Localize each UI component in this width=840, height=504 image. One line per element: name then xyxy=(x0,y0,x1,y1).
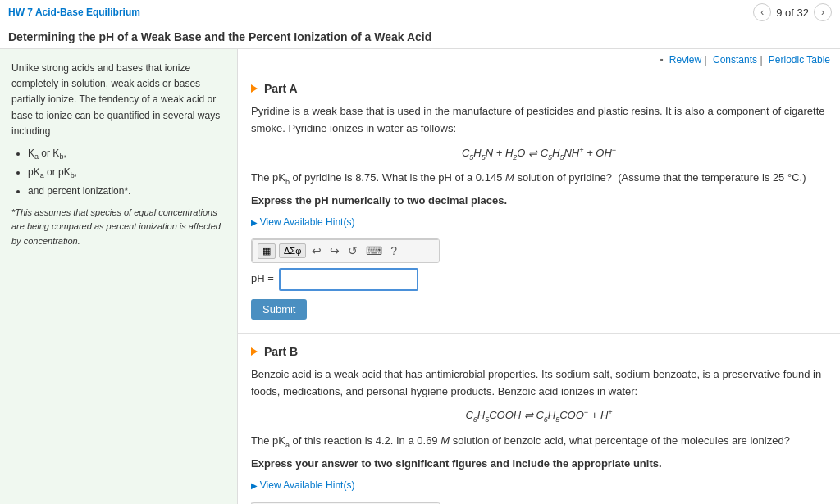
toolbar-a-undo[interactable]: ↩ xyxy=(309,243,324,258)
part-b-instruction: Express your answer to two significant f… xyxy=(251,456,827,473)
part-a-header: Part A xyxy=(251,82,827,95)
part-b-header: Part B xyxy=(251,345,827,358)
part-b-text2: The pKa of this reaction is 4.2. In a 0.… xyxy=(251,433,827,451)
toolbar-a-matrix[interactable]: ▦ xyxy=(258,243,276,259)
hw-title: HW 7 Acid-Base Equilibrium xyxy=(8,7,140,18)
part-a-text2: The pKb of pyridine is 8.75. What is the… xyxy=(251,170,827,188)
part-a-text1: Pyridine is a weak base that is used in … xyxy=(251,103,827,138)
part-b-text1: Benzoic acid is a weak acid that has ant… xyxy=(251,366,827,401)
part-a-title: Part A xyxy=(264,82,298,95)
part-a-ph-input[interactable] xyxy=(279,268,418,291)
main-content: ▪ Review | Constants | Periodic Table Pa… xyxy=(238,49,840,504)
part-a-answer-row: pH = xyxy=(251,268,827,291)
part-a-submit-button[interactable]: Submit xyxy=(251,299,307,320)
sidebar-item-percent: and percent ionization*. xyxy=(28,184,226,199)
part-a-editor-box: ▦ ΔΣφ ↩ ↪ ↺ ⌨ ? xyxy=(251,238,440,263)
nav-forward-button[interactable]: › xyxy=(814,3,832,21)
sidebar-item-ka: Ka or Kb, xyxy=(28,146,226,163)
part-b-toggle[interactable] xyxy=(251,347,258,356)
part-b-body: Benzoic acid is a weak acid that has ant… xyxy=(251,366,827,504)
sidebar-list: Ka or Kb, pKa or pKb, and percent ioniza… xyxy=(28,146,226,199)
nav-count: 9 of 32 xyxy=(776,7,809,19)
part-a-section: Part A Pyridine is a weak base that is u… xyxy=(238,70,840,334)
sep1: | xyxy=(705,54,710,66)
toolbar-a-redo[interactable]: ↪ xyxy=(327,243,342,258)
review-link[interactable]: Review xyxy=(669,54,701,66)
toolbar-a-symbol[interactable]: ΔΣφ xyxy=(279,243,306,258)
nav-controls: ‹ 9 of 32 › xyxy=(753,3,832,21)
toolbar-a-reset[interactable]: ↺ xyxy=(345,243,360,258)
part-a-body: Pyridine is a weak base that is used in … xyxy=(251,103,827,320)
sidebar-footnote: *This assumes that species of equal conc… xyxy=(11,206,226,249)
subtitle-bar: Determining the pH of a Weak Base and th… xyxy=(0,25,840,49)
sidebar-item-pka: pKa or pKb, xyxy=(28,165,226,182)
part-a-equation: C5H5N + H2O ⇌ C5H5NH+ + OH− xyxy=(251,144,827,163)
part-b-hint-link[interactable]: View Available Hint(s) xyxy=(251,478,827,493)
part-b-equation: C6H5COOH ⇌ C6H5COO− + H+ xyxy=(251,406,827,425)
part-a-hint-link[interactable]: View Available Hint(s) xyxy=(251,215,827,230)
subtitle-text: Determining the pH of a Weak Base and th… xyxy=(8,30,431,43)
top-links: ▪ Review | Constants | Periodic Table xyxy=(238,49,840,70)
sidebar: Unlike strong acids and bases that ioniz… xyxy=(0,49,238,504)
periodic-table-link[interactable]: Periodic Table xyxy=(769,54,830,66)
part-a-instruction: Express the pH numerically to two decima… xyxy=(251,193,827,210)
part-a-toolbar: ▦ ΔΣφ ↩ ↪ ↺ ⌨ ? xyxy=(252,239,440,262)
constants-link[interactable]: Constants xyxy=(713,54,757,66)
review-icon: ▪ xyxy=(660,54,663,66)
layout: Unlike strong acids and bases that ioniz… xyxy=(0,49,840,504)
top-bar: HW 7 Acid-Base Equilibrium ‹ 9 of 32 › xyxy=(0,0,840,25)
part-a-ph-label: pH = xyxy=(251,270,274,288)
toolbar-a-keyboard[interactable]: ⌨ xyxy=(363,243,385,258)
sidebar-intro: Unlike strong acids and bases that ioniz… xyxy=(11,61,226,139)
part-a-toggle[interactable] xyxy=(251,84,258,93)
part-b-section: Part B Benzoic acid is a weak acid that … xyxy=(238,334,840,504)
part-b-title: Part B xyxy=(264,345,298,358)
nav-back-button[interactable]: ‹ xyxy=(753,3,771,21)
sep2: | xyxy=(760,54,765,66)
toolbar-a-help[interactable]: ? xyxy=(388,243,399,258)
